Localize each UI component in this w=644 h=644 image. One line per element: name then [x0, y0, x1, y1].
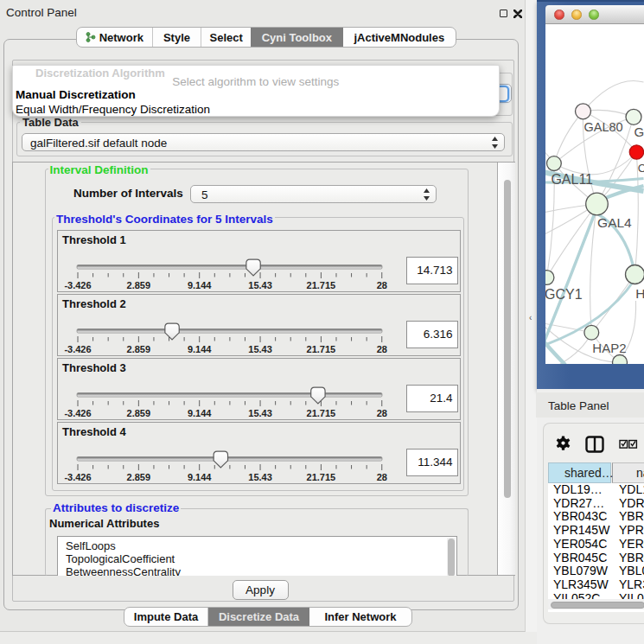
svg-text:28: 28: [377, 472, 387, 482]
svg-text:-3.426: -3.426: [64, 408, 91, 418]
svg-text:GCY1: GCY1: [545, 287, 583, 302]
svg-text:2.859: 2.859: [127, 408, 151, 418]
svg-text:2.859: 2.859: [127, 472, 151, 482]
svg-text:H: H: [636, 286, 644, 301]
svg-text:GAL4: GAL4: [598, 215, 633, 230]
svg-text:15.43: 15.43: [248, 280, 272, 290]
svg-text:15.43: 15.43: [248, 472, 272, 482]
svg-text:21.715: 21.715: [307, 280, 336, 290]
svg-text:9.144: 9.144: [188, 344, 212, 354]
svg-text:-3.426: -3.426: [64, 344, 91, 354]
svg-text:9.144: 9.144: [188, 472, 212, 482]
svg-text:C: C: [638, 162, 644, 175]
svg-text:-3.426: -3.426: [64, 280, 91, 290]
svg-text:28: 28: [377, 280, 387, 290]
svg-text:21.715: 21.715: [307, 472, 336, 482]
svg-text:28: 28: [377, 344, 387, 354]
svg-text:21.715: 21.715: [307, 344, 336, 354]
svg-text:-3.426: -3.426: [64, 472, 91, 482]
svg-text:2.859: 2.859: [127, 280, 151, 290]
svg-text:15.43: 15.43: [248, 408, 272, 418]
svg-text:28: 28: [377, 408, 387, 418]
svg-text:2.859: 2.859: [127, 344, 151, 354]
svg-text:15.43: 15.43: [248, 344, 272, 354]
svg-text:HAP2: HAP2: [593, 341, 627, 355]
svg-text:9.144: 9.144: [188, 280, 212, 290]
svg-text:GAL80: GAL80: [584, 120, 623, 134]
svg-text:9.144: 9.144: [188, 408, 212, 418]
svg-text:GAL11: GAL11: [552, 172, 594, 187]
svg-text:G.: G.: [634, 124, 644, 139]
svg-text:21.715: 21.715: [307, 408, 336, 418]
